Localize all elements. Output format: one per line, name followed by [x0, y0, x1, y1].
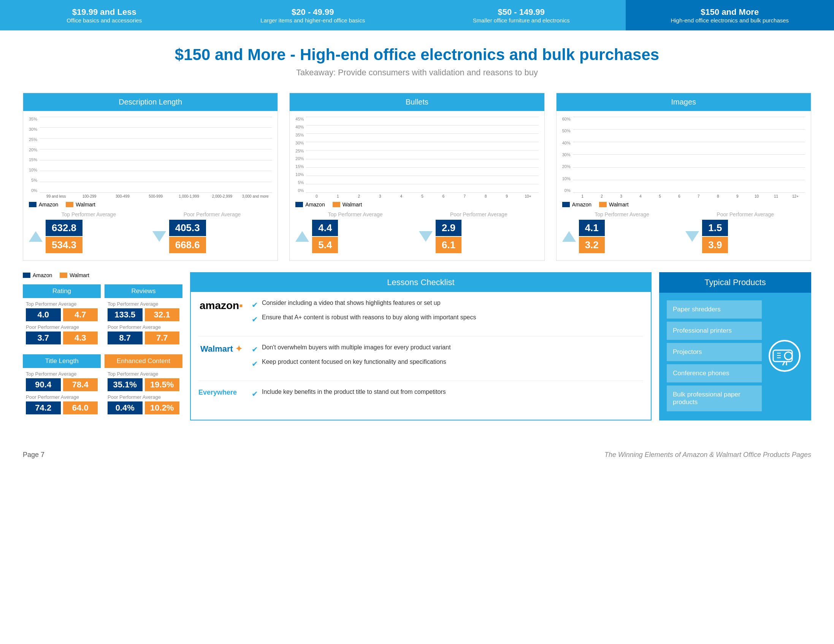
walmart-lesson-items: ✔ Don't overwhelm buyers with multiple i…: [252, 344, 643, 373]
footer-title: The Winning Elements of Amazon & Walmart…: [604, 451, 811, 459]
everywhere-lesson-1-text: Include key benefits in the product titl…: [262, 388, 446, 395]
amazon-lesson-items: ✔ Consider including a video that shows …: [252, 299, 643, 328]
reviews-top-vals: 133.5 32.1: [108, 308, 179, 321]
title-poor-label: Poor Performer Average: [26, 394, 98, 400]
rating-top-orange: 4.7: [63, 308, 98, 321]
page-title: $150 and More - High-end office electron…: [23, 45, 811, 64]
reviews-card: Reviews Top Performer Average 133.5 32.1…: [105, 284, 183, 351]
reviews-poor-navy: 8.7: [108, 332, 142, 345]
nav-price-1: $19.99 and Less: [72, 7, 136, 17]
bottom-row: Amazon Walmart Rating Top Performer Aver…: [23, 272, 811, 421]
nav-item-2[interactable]: $20 - 49.99 Larger items and higher-end …: [208, 0, 417, 31]
nav-desc-3: Smaller office furniture and electronics: [473, 17, 570, 24]
nav-desc-2: Larger items and higher-end office basic…: [260, 17, 365, 24]
typical-body: Paper shredders Professional printers Pr…: [659, 293, 811, 419]
typical-list: Paper shredders Professional printers Pr…: [667, 300, 762, 411]
rating-poor-orange: 4.3: [63, 332, 98, 345]
amazon-lesson-1-text: Consider including a video that shows hi…: [262, 299, 441, 306]
title-poor-orange: 64.0: [63, 401, 98, 414]
top-nav: $19.99 and Less Office basics and access…: [0, 0, 834, 31]
typical-item-2: Professional printers: [667, 322, 762, 340]
nav-item-3[interactable]: $50 - 149.99 Smaller office furniture an…: [417, 0, 626, 31]
bullets-chart-area: 45%40%35%30%25%20%15%10%5%0%: [295, 117, 538, 199]
typical-products-card: Typical Products Paper shredders Profess…: [659, 272, 811, 421]
lessons-card: Lessons Checklist amazon▪ ✔ Consider inc…: [190, 272, 651, 421]
images-chart-area: 60%50%40%30%20%10%0%: [562, 117, 805, 199]
amazon-lessons: amazon▪ ✔ Consider including a video tha…: [199, 299, 643, 337]
reviews-poor-orange: 7.7: [145, 332, 180, 345]
rating-top-vals: 4.0 4.7: [26, 308, 98, 321]
reviews-poor-vals: 8.7 7.7: [108, 332, 179, 345]
walmart-lessons: Walmart ✦ ✔ Don't overwhelm buyers with …: [199, 344, 643, 381]
projector-icon: [766, 300, 803, 411]
enhanced-poor-navy: 0.4%: [108, 401, 142, 414]
bullets-legend: Amazon Walmart: [295, 201, 538, 207]
title-poor-navy: 74.2: [26, 401, 61, 414]
reviews-poor-label: Poor Performer Average: [108, 324, 179, 330]
reviews-body: Top Performer Average 133.5 32.1 Poor Pe…: [105, 298, 183, 351]
title-enhanced-grid: Title Length Top Performer Average 90.4 …: [23, 354, 183, 421]
nav-price-2: $20 - 49.99: [292, 7, 334, 17]
enhanced-top-navy: 35.1%: [108, 378, 142, 391]
enhanced-body: Top Performer Average 35.1% 19.5% Poor P…: [105, 368, 183, 421]
images-x-labels: 123 456 789 101112+: [573, 194, 805, 199]
images-bar-chart: [573, 117, 805, 193]
bullets-poor-performer: Poor Performer Average 2.9 6.1: [419, 211, 539, 255]
title-top-navy: 90.4: [26, 378, 61, 391]
title-poor-vals: 74.2 64.0: [26, 401, 98, 414]
footer: Page 7 The Winning Elements of Amazon & …: [0, 443, 834, 466]
check-icon-4: ✔: [252, 359, 258, 368]
walmart-lesson-2-text: Keep product content focused on key func…: [262, 359, 446, 365]
images-top-performer: Top Performer Average 4.1 3.2: [562, 211, 682, 255]
bullets-chart-header: Bullets: [290, 93, 544, 111]
nav-desc-1: Office basics and accessories: [66, 17, 142, 24]
description-chart-area: 35%30%25%20%15%10%5%0%: [29, 117, 272, 199]
title-length-header: Title Length: [23, 354, 101, 368]
bullets-chart-body: 45%40%35%30%25%20%15%10%5%0%: [290, 111, 544, 261]
reviews-header: Reviews: [105, 284, 183, 298]
bullets-chart: Bullets 45%40%35%30%25%20%15%10%5%0%: [289, 93, 544, 261]
description-top-performer: Top Performer Average 632.8 534.3: [29, 211, 149, 255]
main-content: $150 and More - High-end office electron…: [0, 31, 834, 436]
up-arrow-icon: [29, 231, 42, 242]
images-bars: 123 456 789 101112+: [573, 117, 805, 199]
everywhere-label: Everywhere: [199, 388, 244, 396]
description-legend: Amazon Walmart: [29, 201, 272, 207]
page-subtitle: Takeaway: Provide consumers with validat…: [23, 68, 811, 78]
bullets-y-axis: 45%40%35%30%25%20%15%10%5%0%: [295, 117, 306, 193]
everywhere-lesson-1: ✔ Include key benefits in the product ti…: [252, 388, 643, 398]
enhanced-poor-vals: 0.4% 10.2%: [108, 401, 179, 414]
bullets-top-performer: Top Performer Average 4.4 5.4: [295, 211, 415, 255]
description-performers: Top Performer Average 632.8 534.3 Poor P…: [29, 211, 272, 255]
enhanced-content-card: Enhanced Content Top Performer Average 3…: [105, 354, 183, 421]
nav-item-1[interactable]: $19.99 and Less Office basics and access…: [0, 0, 208, 31]
typical-item-4: Conference phones: [667, 364, 762, 382]
rating-card: Rating Top Performer Average 4.0 4.7 Poo…: [23, 284, 101, 351]
nav-item-4[interactable]: $150 and More High-end office electronic…: [626, 0, 834, 31]
everywhere-lessons: Everywhere ✔ Include key benefits in the…: [199, 388, 643, 411]
bullets-bar-chart: [306, 117, 538, 193]
reviews-top-navy: 133.5: [108, 308, 142, 321]
amazon-lesson-2: ✔ Ensure that A+ content is robust with …: [252, 314, 643, 324]
nav-desc-4: High-end office electronics and bulk pur…: [671, 17, 789, 24]
bullets-down-arrow-icon: [419, 231, 433, 242]
nav-price-4: $150 and More: [701, 7, 759, 17]
everywhere-lesson-items: ✔ Include key benefits in the product ti…: [252, 388, 643, 403]
lessons-header: Lessons Checklist: [191, 273, 651, 292]
images-chart-body: 60%50%40%30%20%10%0%: [556, 111, 811, 261]
bullets-up-arrow-icon: [295, 231, 309, 242]
title-top-label: Top Performer Average: [26, 371, 98, 377]
walmart-lesson-1: ✔ Don't overwhelm buyers with multiple i…: [252, 344, 643, 354]
rating-poor-navy: 3.7: [26, 332, 61, 345]
rating-poor-vals: 3.7 4.3: [26, 332, 98, 345]
reviews-top-label: Top Performer Average: [108, 301, 179, 307]
description-x-labels: 99 and less 100-299 300-499 500-999 1,00…: [40, 194, 272, 199]
images-down-arrow-icon: [685, 231, 699, 242]
description-chart-body: 35%30%25%20%15%10%5%0%: [23, 111, 278, 261]
description-bars: 99 and less 100-299 300-499 500-999 1,00…: [40, 117, 272, 199]
enhanced-top-vals: 35.1% 19.5%: [108, 378, 179, 391]
walmart-spark-icon: ✦: [235, 344, 242, 354]
svg-point-2: [785, 352, 792, 360]
enhanced-poor-orange: 10.2%: [145, 401, 180, 414]
description-length-chart: Description Length 35%30%25%20%15%10%5%0…: [23, 93, 278, 261]
